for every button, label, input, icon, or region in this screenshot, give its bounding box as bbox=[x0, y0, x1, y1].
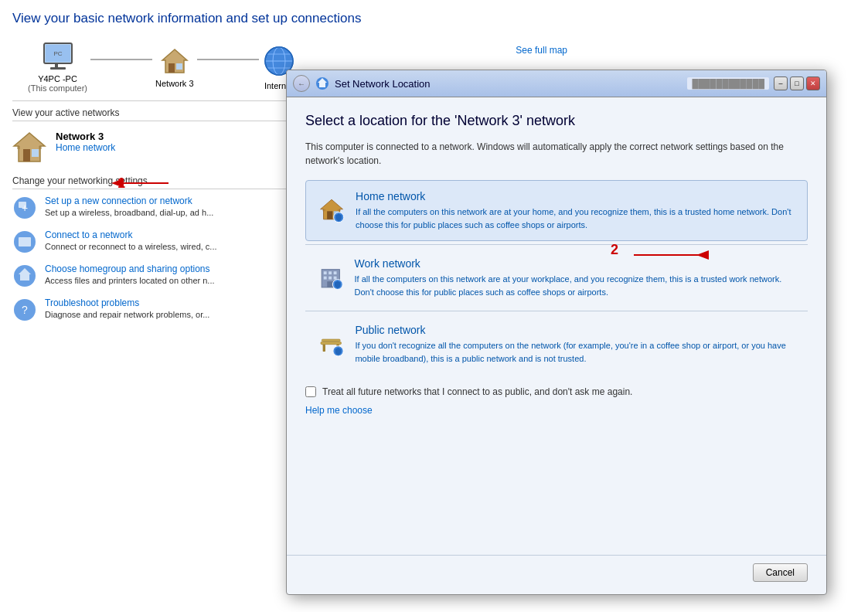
svg-rect-32 bbox=[327, 211, 332, 219]
svg-rect-22 bbox=[19, 202, 26, 208]
computer-sub: (This computer) bbox=[28, 83, 87, 93]
public-network-icon bbox=[318, 324, 344, 364]
dialog-address-bar: ████████████ bbox=[687, 77, 769, 90]
see-full-map-link[interactable]: See full map bbox=[516, 45, 567, 56]
network-location-icon bbox=[315, 76, 330, 91]
svg-rect-1 bbox=[55, 63, 58, 67]
svg-text:?: ? bbox=[22, 304, 28, 316]
work-network-title: Work network bbox=[355, 257, 795, 270]
svg-rect-18 bbox=[39, 146, 42, 149]
work-network-option[interactable]: Work network If all the computers on thi… bbox=[305, 248, 808, 308]
svg-rect-16 bbox=[32, 149, 39, 157]
computer-node: PC Y4PC -PC (This computer) bbox=[28, 42, 87, 93]
svg-rect-15 bbox=[23, 149, 30, 162]
network-line-1 bbox=[90, 59, 152, 60]
svg-rect-41 bbox=[324, 277, 327, 280]
network-label: Network 3 bbox=[155, 79, 194, 88]
setup-connection-icon: + bbox=[12, 196, 37, 220]
svg-rect-34 bbox=[322, 209, 325, 212]
public-network-desc: If you don't recognize all the computers… bbox=[355, 339, 795, 365]
cancel-button[interactable]: Cancel bbox=[753, 563, 808, 582]
network-type-link[interactable]: Home network bbox=[56, 142, 115, 153]
homegroup-desc: Access files and printers located on oth… bbox=[45, 276, 215, 285]
separator-1 bbox=[305, 244, 808, 245]
separator-2 bbox=[305, 311, 808, 311]
home-network-option[interactable]: Home network If all the computers on thi… bbox=[305, 180, 808, 241]
troubleshoot-desc: Diagnose and repair network problems, or… bbox=[45, 310, 209, 319]
svg-rect-42 bbox=[328, 277, 332, 280]
window-controls: – □ ✕ bbox=[774, 76, 820, 90]
maximize-button[interactable]: □ bbox=[790, 76, 804, 90]
computer-name: Y4PC -PC bbox=[28, 74, 87, 83]
dialog-main-title: Select a location for the 'Network 3' ne… bbox=[305, 113, 808, 129]
dialog-footer: Cancel bbox=[287, 555, 826, 594]
minimize-button[interactable]: – bbox=[774, 76, 788, 90]
network-node: Network 3 bbox=[155, 46, 194, 88]
help-me-choose-link[interactable]: Help me choose bbox=[305, 405, 808, 416]
dialog-title: Set Network Location bbox=[335, 78, 682, 90]
dialog-body: Select a location for the 'Network 3' ne… bbox=[287, 97, 826, 555]
svg-text:PC: PC bbox=[53, 50, 62, 57]
treat-public-checkbox[interactable] bbox=[305, 386, 316, 397]
dialog-description: This computer is connected to a network.… bbox=[305, 140, 808, 168]
checkbox-label[interactable]: Treat all future networks that I connect… bbox=[322, 386, 632, 397]
svg-rect-7 bbox=[176, 63, 182, 70]
svg-rect-49 bbox=[322, 339, 340, 342]
page-title: View your basic network information and … bbox=[0, 0, 580, 34]
dialog-titlebar: ← Set Network Location ████████████ – □ … bbox=[287, 70, 826, 97]
troubleshoot-link[interactable]: Troubleshoot problems bbox=[45, 298, 209, 308]
connect-network-icon bbox=[12, 230, 37, 254]
svg-rect-43 bbox=[334, 277, 337, 280]
setup-connection-desc: Set up a wireless, broadband, dial-up, a… bbox=[45, 208, 213, 217]
svg-rect-47 bbox=[323, 345, 325, 352]
public-network-title: Public network bbox=[355, 324, 795, 336]
work-network-icon bbox=[318, 257, 344, 298]
svg-rect-2 bbox=[50, 67, 66, 70]
setup-connection-link[interactable]: Set up a new connection or network bbox=[45, 196, 213, 206]
svg-rect-39 bbox=[328, 271, 332, 274]
home-network-title: Home network bbox=[356, 190, 795, 202]
connect-network-desc: Connect or reconnect to a wireless, wire… bbox=[45, 242, 217, 251]
work-network-desc: If all the computers on this network are… bbox=[355, 273, 795, 298]
checkbox-row: Treat all future networks that I connect… bbox=[305, 386, 808, 397]
set-network-location-dialog: ← Set Network Location ████████████ – □ … bbox=[286, 70, 827, 595]
house-icon-small bbox=[158, 46, 192, 76]
computer-icon: PC bbox=[41, 42, 75, 71]
svg-rect-24 bbox=[19, 237, 31, 246]
home-network-desc: If all the computers on this network are… bbox=[356, 206, 795, 231]
homegroup-icon bbox=[12, 264, 37, 288]
connect-network-link[interactable]: Connect to a network bbox=[45, 230, 217, 240]
house-icon-large bbox=[12, 131, 46, 165]
svg-rect-35 bbox=[338, 209, 341, 212]
svg-rect-46 bbox=[321, 342, 342, 344]
svg-rect-17 bbox=[17, 146, 20, 149]
homegroup-link[interactable]: Choose homegroup and sharing options bbox=[45, 264, 215, 274]
public-network-option[interactable]: Public network If you don't recognize al… bbox=[305, 314, 808, 374]
close-button[interactable]: ✕ bbox=[806, 76, 820, 90]
troubleshoot-icon: ? bbox=[12, 298, 37, 322]
svg-rect-6 bbox=[168, 63, 175, 73]
network-line-2 bbox=[197, 59, 259, 60]
svg-rect-40 bbox=[334, 271, 337, 274]
svg-rect-38 bbox=[324, 271, 327, 274]
active-network-name: Network 3 bbox=[56, 131, 115, 142]
home-network-icon bbox=[318, 190, 345, 230]
dialog-back-button[interactable]: ← bbox=[293, 75, 310, 92]
